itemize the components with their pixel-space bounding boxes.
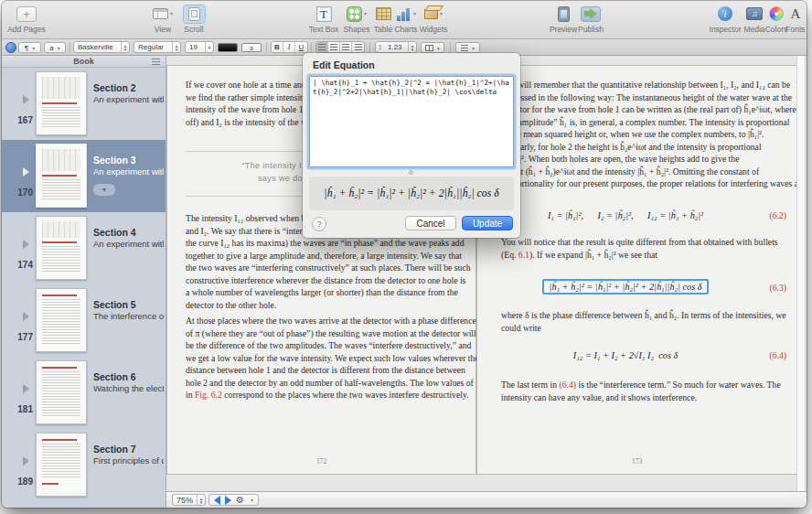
font-family-value: Baskerville <box>74 43 121 51</box>
columns-icon <box>425 45 433 51</box>
equation-link[interactable]: (6.4) <box>560 380 577 390</box>
page-thumbnail[interactable] <box>36 144 87 208</box>
font-size-value: 19 <box>186 43 205 51</box>
sidebar-item-section-6[interactable]: 181 Section 6 Watching the electrons <box>2 357 166 429</box>
figure-link[interactable]: Fig. 6.2 <box>195 390 222 400</box>
selected-equation[interactable]: |ĥ₁ + ĥ₂|² = |ĥ₁|² + |ĥ₂|² + 2|ĥ₁||ĥ₂| c… <box>542 279 708 294</box>
page-thumbnail[interactable] <box>36 360 87 424</box>
text-color-swatch[interactable] <box>218 43 238 52</box>
forward-arrow-icon[interactable] <box>225 496 231 505</box>
add-pages-button[interactable]: + Add Pages <box>5 4 48 34</box>
scroll-label: Scroll <box>176 25 212 34</box>
help-button[interactable]: ? <box>312 217 326 231</box>
format-indicator-icon[interactable] <box>5 42 16 53</box>
bold-button[interactable]: B <box>272 42 283 52</box>
italic-button[interactable]: I <box>283 42 295 52</box>
latex-input[interactable]: | \hat{h}_1 + \hat{h}_2|^2 = |\hat{h}_1|… <box>309 76 514 167</box>
disclosure-triangle-icon[interactable] <box>23 312 29 321</box>
align-left-button[interactable] <box>316 42 328 52</box>
section-title: Section 5 <box>93 299 164 310</box>
publish-button[interactable]: Publish <box>572 4 609 34</box>
disclosure-triangle-icon[interactable] <box>23 384 29 393</box>
chevron-down-icon: ▾ <box>440 9 443 18</box>
line-spacing-control[interactable]: ↕ 1.23 ▴▾ <box>375 41 417 53</box>
equation-number: (6.4) <box>769 350 786 360</box>
vertical-scrollbar[interactable] <box>796 56 806 491</box>
widgets-button[interactable]: ▾ Widgets <box>415 4 452 34</box>
publish-icon <box>581 6 601 22</box>
list-view-icon[interactable] <box>152 59 160 65</box>
sidebar-item-section-3[interactable]: 170 Section 3 An experiment with... ▼ <box>2 140 166 212</box>
page-thumbnail[interactable] <box>36 71 87 135</box>
back-arrow-icon[interactable] <box>214 496 220 505</box>
fonts-button[interactable]: A Fonts <box>782 4 807 34</box>
page-number: 172 <box>167 457 475 466</box>
character-style-label: a <box>49 44 53 52</box>
chevron-down-icon: ▾ <box>364 9 367 18</box>
equation-6-4: I₁₂ = I₁ + I₂ + 2√I₁ I₂ cos δ (6.4) <box>501 350 786 363</box>
disclosure-triangle-icon[interactable] <box>23 167 29 177</box>
sidebar-item-section-7[interactable]: 189 Section 7 First principles of qua... <box>2 429 166 501</box>
font-size-select[interactable]: 19 ▾ <box>185 41 214 53</box>
text-box-icon: T <box>316 6 332 22</box>
sidebar-item-section-4[interactable]: 174 Section 4 An experiment with el... <box>2 212 166 284</box>
disclosure-triangle-icon[interactable] <box>23 456 29 466</box>
section-subtitle: An experiment with... <box>93 166 164 177</box>
equation-link[interactable]: 6.1 <box>518 250 529 260</box>
sidebar-header[interactable]: Book <box>2 56 166 68</box>
list-icon <box>461 45 468 51</box>
page-173[interactable]: You will remember that the quantitative … <box>476 65 797 475</box>
disclosure-triangle-icon[interactable] <box>23 95 29 104</box>
thumbnail-page-number: 181 <box>7 404 33 414</box>
update-button[interactable]: Update <box>462 216 513 230</box>
character-fill-swatch[interactable]: a <box>241 43 262 52</box>
font-style-select[interactable]: Regular ▴▾ <box>134 41 181 53</box>
thumbnail-page-number: 177 <box>7 332 33 342</box>
equation-6-3-row: |ĥ₁ + ĥ₂|² = |ĥ₁|² + |ĥ₂|² + 2|ĥ₁||ĥ₂| c… <box>501 279 786 297</box>
page-thumbnail[interactable] <box>36 216 87 280</box>
gear-icon[interactable]: ⚙ <box>236 494 244 506</box>
view-icon <box>153 8 168 19</box>
font-weight-group: B I U <box>271 41 308 53</box>
page-thumbnail[interactable] <box>36 288 87 352</box>
sidebar-item-section-5[interactable]: 177 Section 5 The interference of el... <box>2 284 166 357</box>
resize-handle[interactable] <box>409 170 413 175</box>
section-subtitle: An experiment with el... <box>93 239 164 249</box>
section-subtitle: Watching the electrons <box>93 383 164 393</box>
widgets-icon <box>424 9 438 19</box>
columns-button[interactable]: ▾ <box>421 42 444 53</box>
cancel-button[interactable]: Cancel <box>405 216 456 230</box>
sidebar-item-section-2[interactable]: 167 Section 2 An experiment with b... <box>2 68 166 140</box>
chevron-down-icon: ▾ <box>58 45 60 51</box>
expand-section-button[interactable]: ▼ <box>93 184 115 196</box>
add-pages-label: Add Pages <box>5 25 48 34</box>
thumbnail-page-number: 174 <box>7 260 33 270</box>
equation-number: (6.2) <box>769 210 786 220</box>
section-subtitle: The interference of el... <box>93 311 164 321</box>
align-center-button[interactable] <box>328 42 340 52</box>
underline-button[interactable]: U <box>295 42 307 52</box>
section-subtitle: First principles of qua... <box>93 455 164 466</box>
character-style-button[interactable]: a▾ <box>44 42 66 53</box>
chevron-down-icon: ▾ <box>437 45 440 51</box>
zoom-control[interactable]: 75% ▴▾ <box>172 494 206 506</box>
paragraph: You will remember that the quantitative … <box>501 79 786 190</box>
sidebar-item-partial[interactable] <box>2 501 166 508</box>
pull-quote-line: says we do <box>186 174 303 183</box>
status-bar: 75% ▴▾ ⚙ ▾ <box>166 491 807 508</box>
fonts-label: Fonts <box>782 25 807 34</box>
section-title: Section 6 <box>93 371 164 382</box>
page-thumbnail[interactable] <box>36 433 87 497</box>
align-right-button[interactable] <box>340 42 352 52</box>
scroll-button[interactable]: Scroll <box>176 4 212 34</box>
shapes-icon <box>347 6 362 22</box>
align-justify-button[interactable] <box>352 42 364 52</box>
font-family-select[interactable]: Baskerville ▴▾ <box>73 41 130 53</box>
paragraph-style-button[interactable]: ¶▾ <box>18 42 41 53</box>
disclosure-triangle-icon[interactable] <box>23 240 29 249</box>
charts-icon <box>396 7 411 21</box>
main-toolbar: + Add Pages ▾ View Scroll T Text Box ▾ S… <box>2 1 807 39</box>
paragraph: At those places where the two waves arri… <box>186 315 465 402</box>
chevron-down-icon: ▾ <box>32 45 35 51</box>
list-style-button[interactable]: ▾ <box>455 42 480 53</box>
